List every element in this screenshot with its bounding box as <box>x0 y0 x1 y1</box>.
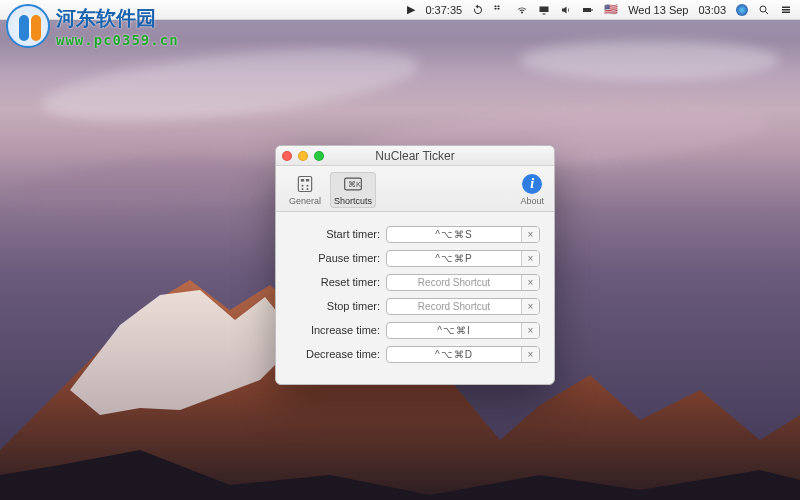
dropbox-icon[interactable] <box>494 4 506 16</box>
wifi-icon[interactable] <box>516 4 528 16</box>
site-logo-icon <box>6 4 50 48</box>
clear-shortcut-button[interactable]: × <box>521 299 539 314</box>
playback-time[interactable]: 0:37:35 <box>425 4 462 16</box>
cloud-decoration <box>38 35 422 134</box>
shortcut-recorder[interactable]: ^⌥⌘I× <box>386 322 540 339</box>
tab-shortcuts-label: Shortcuts <box>334 196 372 206</box>
minimize-icon[interactable] <box>298 151 308 161</box>
input-flag[interactable]: 🇺🇸 <box>604 3 618 16</box>
display-icon[interactable] <box>538 4 550 16</box>
svg-rect-1 <box>298 177 311 192</box>
clear-shortcut-button[interactable]: × <box>521 347 539 362</box>
preferences-toolbar: General ⌘K Shortcuts i About <box>276 166 554 212</box>
clear-shortcut-button[interactable]: × <box>521 275 539 290</box>
tab-general-label: General <box>289 196 321 206</box>
clear-shortcut-button[interactable]: × <box>521 323 539 338</box>
shortcut-value: ^⌥⌘P <box>387 251 521 266</box>
shortcut-row: Increase time:^⌥⌘I× <box>290 320 540 340</box>
notifications-icon[interactable] <box>780 4 792 16</box>
shortcut-label: Stop timer: <box>290 300 386 312</box>
svg-point-5 <box>307 185 309 187</box>
svg-point-4 <box>302 185 304 187</box>
shortcut-row: Pause timer:^⌥⌘P× <box>290 248 540 268</box>
shortcut-placeholder: Record Shortcut <box>387 299 521 314</box>
shortcut-placeholder: Record Shortcut <box>387 275 521 290</box>
tab-shortcuts[interactable]: ⌘K Shortcuts <box>330 172 376 208</box>
clear-shortcut-button[interactable]: × <box>521 227 539 242</box>
tab-about[interactable]: i About <box>520 174 548 206</box>
shortcut-value: ^⌥⌘S <box>387 227 521 242</box>
tab-general[interactable]: General <box>282 172 328 208</box>
cloud-decoration <box>520 40 780 80</box>
shortcut-label: Increase time: <box>290 324 386 336</box>
spotlight-icon[interactable] <box>758 4 770 16</box>
shortcut-row: Reset timer:Record Shortcut× <box>290 272 540 292</box>
svg-text:⌘K: ⌘K <box>348 180 361 189</box>
site-watermark: 河东软件园 www.pc0359.cn <box>6 4 179 48</box>
shortcut-row: Start timer:^⌥⌘S× <box>290 224 540 244</box>
svg-point-7 <box>307 188 309 190</box>
sync-icon[interactable] <box>472 4 484 16</box>
siri-icon[interactable] <box>736 4 748 16</box>
shortcut-row: Decrease time:^⌥⌘D× <box>290 344 540 364</box>
clear-shortcut-button[interactable]: × <box>521 251 539 266</box>
svg-rect-3 <box>306 179 309 182</box>
tab-about-label: About <box>520 196 544 206</box>
svg-point-6 <box>302 188 304 190</box>
menubar-date[interactable]: Wed 13 Sep <box>628 4 688 16</box>
shortcut-recorder[interactable]: Record Shortcut× <box>386 274 540 291</box>
shortcuts-icon: ⌘K <box>342 174 364 194</box>
cloud-decoration <box>8 149 271 221</box>
site-url: www.pc0359.cn <box>56 32 179 48</box>
site-name: 河东软件园 <box>56 5 179 32</box>
close-icon[interactable] <box>282 151 292 161</box>
shortcut-label: Decrease time: <box>290 348 386 360</box>
shortcuts-pane: Start timer:^⌥⌘S×Pause timer:^⌥⌘P×Reset … <box>276 212 554 384</box>
shortcut-label: Reset timer: <box>290 276 386 288</box>
window-titlebar[interactable]: NuClear Ticker <box>276 146 554 166</box>
shortcut-recorder[interactable]: ^⌥⌘D× <box>386 346 540 363</box>
battery-icon[interactable] <box>582 4 594 16</box>
volume-icon[interactable] <box>560 4 572 16</box>
shortcut-recorder[interactable]: Record Shortcut× <box>386 298 540 315</box>
shortcut-label: Start timer: <box>290 228 386 240</box>
svg-rect-2 <box>301 179 304 182</box>
preferences-window: NuClear Ticker General ⌘K Shortcuts <box>275 145 555 385</box>
shortcut-row: Stop timer:Record Shortcut× <box>290 296 540 316</box>
playback-status-icon[interactable]: ▶ <box>407 3 415 16</box>
zoom-icon[interactable] <box>314 151 324 161</box>
info-icon: i <box>522 174 542 194</box>
shortcut-value: ^⌥⌘I <box>387 323 521 338</box>
menubar-time[interactable]: 03:03 <box>698 4 726 16</box>
desktop-wallpaper: ▶ 0:37:35 🇺🇸 Wed 13 Sep 03:03 河东软件园 www.… <box>0 0 800 500</box>
shortcut-recorder[interactable]: ^⌥⌘S× <box>386 226 540 243</box>
general-icon <box>294 174 316 194</box>
shortcut-recorder[interactable]: ^⌥⌘P× <box>386 250 540 267</box>
svg-point-0 <box>760 6 766 12</box>
shortcut-value: ^⌥⌘D <box>387 347 521 362</box>
shortcut-label: Pause timer: <box>290 252 386 264</box>
